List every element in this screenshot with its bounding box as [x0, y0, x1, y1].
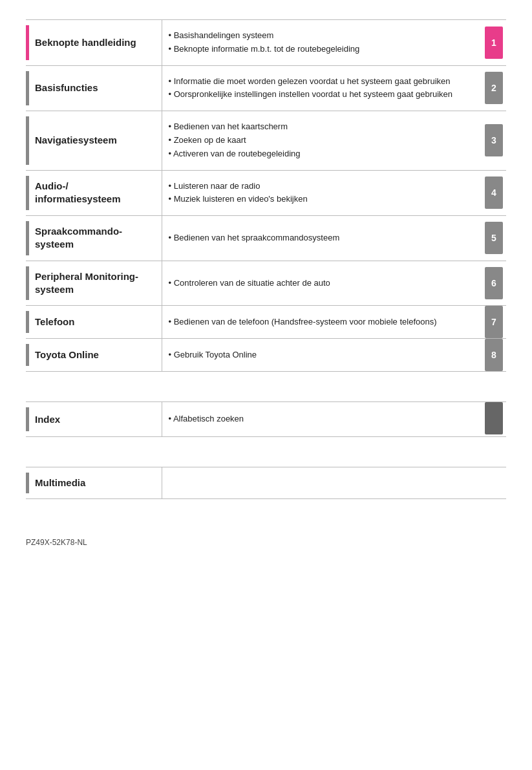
chapter-number-cell: 1: [482, 20, 506, 66]
multimedia-table: Multimedia: [26, 467, 506, 499]
chapter-title: Audio-/ informatiesysteem: [26, 180, 155, 206]
multimedia-number-cell: [482, 467, 506, 499]
chapter-bar: [26, 221, 29, 255]
chapter-bar: [26, 176, 29, 211]
chapter-number-box: 3: [485, 124, 503, 156]
bullet-item: Muziek luisteren en video's bekijken: [169, 193, 476, 206]
index-number-cell: [482, 402, 506, 437]
toc-row-toyota-online: Toyota OnlineGebruik Toyota Online8: [26, 339, 506, 372]
bullet-item: Beknopte informatie m.b.t. tot de routeb…: [169, 43, 476, 56]
chapter-number-box: 5: [485, 222, 503, 254]
toc-row-spraakcommandosysteem: Spraakcommando­systeemBedienen van het s…: [26, 216, 506, 261]
chapter-bar: [26, 116, 29, 164]
chapter-title: Spraakcommando­systeem: [26, 225, 155, 251]
index-bullet: Alfabetisch zoeken: [169, 412, 476, 426]
index-row: IndexAlfabetisch zoeken: [26, 402, 506, 437]
chapter-number-box: 8: [485, 339, 503, 371]
chapter-title: Toyota Online: [26, 348, 155, 361]
bullet-item: Activeren van de routebegeleiding: [169, 147, 476, 161]
multimedia-bar: [26, 473, 29, 493]
chapter-title: Basisfuncties: [26, 81, 155, 94]
chapter-number-box: 7: [485, 306, 503, 338]
bullet-item: Bedienen van het spraakcommandosysteem: [169, 231, 476, 245]
chapter-bar: [26, 266, 29, 301]
chapter-number-box: 2: [485, 72, 503, 104]
chapter-number-cell: 5: [482, 216, 506, 261]
bullet-item: Controleren van de situatie achter de au…: [169, 277, 476, 290]
toc-row-peripheral-monitoring: Peripheral Monitoring­systeemControleren…: [26, 261, 506, 306]
toc-row-basisfuncties: BasisfunctiesInformatie die moet worden …: [26, 65, 506, 111]
bullet-item: Basishandelingen systeem: [169, 29, 476, 43]
index-number-box: [485, 402, 503, 434]
chapter-title: Navigatiesysteem: [26, 134, 155, 147]
index-table: IndexAlfabetisch zoeken: [26, 401, 506, 437]
chapter-bar: [26, 71, 29, 106]
bullet-item: Zoeken op de kaart: [169, 134, 476, 147]
bullet-item: Bedienen van het kaartscherm: [169, 120, 476, 134]
multimedia-title: Multimedia: [26, 476, 155, 489]
chapter-number-cell: 6: [482, 261, 506, 306]
multimedia-row: Multimedia: [26, 467, 506, 499]
bullet-item: Oorspronkelijke instellingen instellen v…: [169, 88, 476, 102]
chapter-bar: [26, 25, 29, 60]
bullet-item: Gebruik Toyota Online: [169, 348, 476, 362]
bullet-item: Luisteren naar de radio: [169, 180, 476, 193]
chapter-title: Telefoon: [26, 315, 155, 328]
chapter-number-cell: 4: [482, 170, 506, 216]
bullet-item: Bedienen van de telefoon (Handsfree-syst…: [169, 315, 476, 329]
toc-row-telefoon: TelefoonBedienen van de telefoon (Handsf…: [26, 306, 506, 339]
chapter-number-cell: 2: [482, 65, 506, 111]
toc-row-navigatiesysteem: NavigatiesysteemBedienen van het kaartsc…: [26, 111, 506, 170]
index-bar: [26, 407, 29, 431]
multimedia-desc: [162, 467, 482, 499]
chapter-bar: [26, 344, 29, 366]
chapter-bar: [26, 311, 29, 333]
footer-text: PZ49X-52K78-NL: [26, 538, 506, 547]
chapter-title: Peripheral Monitoring­systeem: [26, 270, 155, 297]
index-title: Index: [26, 413, 155, 426]
toc-table: Beknopte handleidingBasishandelingen sys…: [26, 19, 506, 372]
chapter-number-cell: 7: [482, 306, 506, 339]
chapter-number-box: 6: [485, 267, 503, 299]
bullet-item: Informatie die moet worden gelezen voord…: [169, 75, 476, 89]
toc-row-audio-informatiesysteem: Audio-/ informatiesysteemLuisteren naar …: [26, 170, 506, 216]
chapter-number-box: 4: [485, 176, 503, 209]
chapter-number-box: 1: [485, 27, 503, 59]
chapter-number-cell: 8: [482, 339, 506, 372]
chapter-title: Beknopte handleiding: [26, 36, 155, 49]
toc-row-beknopte-handleiding: Beknopte handleidingBasishandelingen sys…: [26, 20, 506, 66]
chapter-number-cell: 3: [482, 111, 506, 170]
